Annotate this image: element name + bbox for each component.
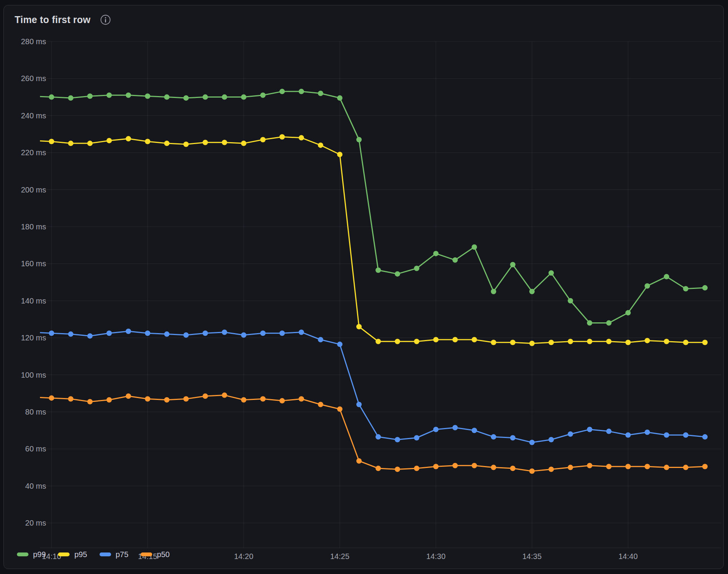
data-point-p50-14:33 [491,465,496,470]
x-tick-label-1430: 14:30 [419,552,453,560]
data-point-p95-14:16 [164,141,170,146]
data-point-p99-14:30 [433,251,439,256]
data-point-p99-14:16 [164,95,170,100]
y-tick-label-20: 20 ms [4,519,46,527]
grafana-panel: Time to first row 280 ms260 ms240 ms220 … [3,5,724,569]
data-point-p50-14:40 [625,464,631,469]
time-series-chart [4,5,724,569]
data-point-p95-14:33 [491,340,496,345]
data-point-p95-14:35 [529,341,535,346]
data-point-p99-14:18 [203,95,208,100]
data-point-p50-14:41 [645,464,650,469]
data-point-p99-14:39 [606,320,612,326]
data-point-p50-14:28 [395,466,400,472]
data-point-p50-14:35 [529,468,535,474]
data-point-p95-14:19 [222,140,227,145]
data-point-p95-14:31 [452,337,458,342]
y-tick-label-220: 220 ms [4,149,46,156]
data-point-p95-14:27 [376,339,381,344]
legend-swatch-p50 [141,552,152,556]
data-point-p75-14:30 [433,427,439,432]
data-point-p50-14:38 [587,463,592,468]
data-point-p95-14:18 [203,140,208,145]
data-point-p75-14:41 [645,430,650,435]
data-point-p95-14:23 [299,135,304,141]
data-point-p75-14:24 [318,337,323,342]
series-line-p50 [32,395,705,471]
data-point-p99-14:32 [472,244,477,250]
data-point-p75-14:39 [606,429,612,434]
data-point-p50-14:30 [433,464,439,469]
x-tick-label-1435: 14:35 [515,552,549,560]
data-point-p75-14:31 [452,425,458,430]
data-point-p95-14:32 [472,337,477,342]
x-tick-label-1440: 14:40 [611,552,645,560]
data-point-p50-14:12 [87,399,93,405]
data-point-p99-14:34 [510,262,515,267]
legend-item-p50[interactable]: p50 [141,550,170,559]
series-line-p95 [32,137,705,343]
data-point-p99-14:28 [395,271,400,277]
data-point-p75-14:18 [203,330,208,336]
data-point-p95-14:13 [106,138,112,143]
data-point-p75-14:11 [68,332,73,337]
panel-title[interactable]: Time to first row [15,14,90,25]
x-tick-label-1425: 14:25 [322,552,357,560]
y-tick-label-100: 100 ms [4,371,46,379]
legend-item-p75[interactable]: p75 [100,550,128,559]
y-tick-label-60: 60 ms [4,445,46,453]
data-point-p99-14:25 [337,95,342,101]
data-point-p95-14:12 [87,141,93,146]
data-point-p99-14:31 [452,257,458,263]
data-point-p99-14:24 [318,91,323,96]
data-point-p99-14:40 [625,310,631,315]
info-icon[interactable] [100,15,111,25]
data-point-p95-14:38 [587,339,592,344]
legend-swatch-p99 [17,552,28,556]
data-point-p75-14:38 [587,427,592,432]
data-point-p75-14:27 [376,434,381,440]
data-point-p95-14:40 [625,340,631,345]
data-point-p75-14:29 [414,435,419,441]
data-point-p99-14:44 [702,285,708,290]
data-point-p99-14:14 [126,93,131,98]
data-point-p75-14:22 [279,330,285,336]
data-point-p99-14:26 [356,137,362,143]
data-point-p50-14:44 [702,464,708,469]
data-point-p50-14:43 [683,465,688,470]
data-point-p95-14:14 [126,136,131,141]
legend-label-p99: p99 [33,550,46,559]
data-point-p95-14:20 [241,141,246,146]
data-point-p99-14:22 [279,89,285,94]
data-point-p50-14:18 [203,393,208,399]
legend-swatch-p95 [58,552,70,556]
data-point-p95-14:44 [702,340,708,345]
data-point-p50-14:10 [49,395,54,401]
data-point-p50-14:42 [664,465,669,470]
data-point-p95-14:21 [260,137,266,143]
data-point-p95-14:41 [645,338,650,343]
data-point-p75-14:21 [260,330,266,336]
data-point-p50-14:15 [145,396,150,401]
data-point-p50-14:20 [241,397,246,403]
data-point-p50-14:11 [68,396,73,401]
data-point-p95-14:42 [664,339,669,344]
y-tick-label-40: 40 ms [4,482,46,490]
data-point-p50-14:34 [510,466,515,471]
data-point-p99-14:21 [260,93,266,98]
data-point-p50-14:36 [548,466,554,472]
y-tick-label-260: 260 ms [4,75,46,82]
legend-item-p99[interactable]: p99 [17,550,46,559]
y-tick-label-180: 180 ms [4,223,46,231]
panel-header: Time to first row [15,13,111,26]
data-point-p75-14:28 [395,437,400,442]
data-point-p75-14:19 [222,330,227,335]
data-point-p99-14:33 [491,289,496,294]
legend-item-p95[interactable]: p95 [58,550,87,559]
data-point-p50-14:26 [356,458,362,464]
data-point-p95-14:36 [548,340,554,345]
data-point-p50-14:13 [106,397,112,403]
data-point-p95-14:30 [433,337,439,342]
y-tick-label-160: 160 ms [4,260,46,267]
data-point-p75-14:20 [241,332,246,338]
